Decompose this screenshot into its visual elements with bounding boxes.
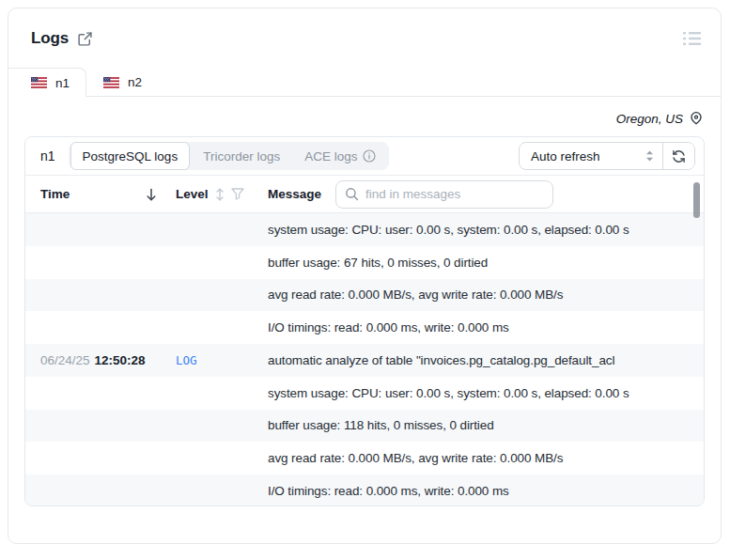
region-label: Oregon, US <box>616 112 683 126</box>
us-flag-icon <box>31 77 47 88</box>
auto-refresh-select[interactable]: Auto refresh <box>520 143 662 169</box>
log-table-row[interactable]: buffer usage: 67 hits, 0 misses, 0 dirti… <box>25 246 704 279</box>
refresh-icon <box>672 149 686 163</box>
tab-n2[interactable]: n2 <box>86 69 159 96</box>
log-message: buffer usage: 67 hits, 0 misses, 0 dirti… <box>268 256 704 270</box>
log-message: I/O timings: read: 0.000 ms, write: 0.00… <box>268 320 704 334</box>
region-row: Oregon, US <box>8 97 721 136</box>
column-header-time[interactable]: Time <box>40 187 70 201</box>
log-table-header: Time Level <box>25 176 704 213</box>
search-icon <box>345 187 359 201</box>
list-menu-icon[interactable] <box>683 31 702 46</box>
logs-panel: n1 PostgreSQL logs Tricorder logs ACE lo… <box>24 136 705 506</box>
log-table-row[interactable]: I/O timings: read: 0.000 ms, write: 0.00… <box>25 474 704 506</box>
log-date: 06/24/25 <box>40 353 90 367</box>
chevron-up-down-icon <box>645 150 654 162</box>
refresh-controls: Auto refresh <box>519 142 695 170</box>
find-in-messages-input[interactable] <box>335 180 553 209</box>
log-table-body: system usage: CPU: user: 0.00 s, system:… <box>25 213 704 506</box>
log-table-row[interactable]: system usage: CPU: user: 0.00 s, system:… <box>25 213 704 246</box>
log-table-row[interactable]: buffer usage: 118 hits, 0 misses, 0 dirt… <box>25 410 704 443</box>
sort-desc-icon[interactable] <box>146 188 157 201</box>
log-level-badge: LOG <box>176 353 197 367</box>
location-pin-icon <box>689 111 704 126</box>
log-message: avg read rate: 0.000 MB/s, avg write rat… <box>268 288 704 302</box>
external-link-icon[interactable] <box>77 31 93 47</box>
source-label: PostgreSQL logs <box>83 149 179 163</box>
tab-n1[interactable]: n1 <box>8 68 86 97</box>
node-tabbar: n1 n2 <box>8 68 721 97</box>
log-message: automatic analyze of table "invoices.pg_… <box>268 353 704 367</box>
logs-toolbar: n1 PostgreSQL logs Tricorder logs ACE lo… <box>25 137 704 176</box>
sort-both-icon[interactable] <box>215 188 225 201</box>
source-label: Tricorder logs <box>203 149 280 163</box>
log-source-segmented-control: PostgreSQL logs Tricorder logs ACE logs <box>69 142 390 170</box>
us-flag-icon <box>103 77 119 88</box>
card-header: Logs <box>8 8 721 48</box>
tab-label: n1 <box>55 76 70 90</box>
log-message: system usage: CPU: user: 0.00 s, system:… <box>268 386 704 400</box>
log-table-row[interactable]: avg read rate: 0.000 MB/s, avg write rat… <box>25 279 704 312</box>
source-label: ACE logs <box>304 149 357 163</box>
vertical-scrollbar-thumb[interactable] <box>693 182 700 218</box>
logs-card: Logs <box>8 8 722 544</box>
log-table-row[interactable]: I/O timings: read: 0.000 ms, write: 0.00… <box>25 311 704 344</box>
log-message: buffer usage: 118 hits, 0 misses, 0 dirt… <box>268 418 704 432</box>
log-message: avg read rate: 0.000 MB/s, avg write rat… <box>268 451 704 465</box>
auto-refresh-label: Auto refresh <box>531 149 600 163</box>
source-button-ace-logs[interactable]: ACE logs <box>293 144 387 168</box>
log-table-row[interactable]: 06/24/25 12:50:28 LOG automatic analyze … <box>25 344 704 377</box>
source-button-postgresql-logs[interactable]: PostgreSQL logs <box>70 142 191 170</box>
log-table-row[interactable]: avg read rate: 0.000 MB/s, avg write rat… <box>25 442 704 474</box>
info-icon <box>363 149 376 163</box>
tab-label: n2 <box>128 75 142 89</box>
log-time: 12:50:28 <box>95 353 146 367</box>
filter-funnel-icon[interactable] <box>231 188 244 200</box>
log-table-row[interactable]: system usage: CPU: user: 0.00 s, system:… <box>25 377 704 410</box>
node-label: n1 <box>40 148 55 163</box>
column-header-message: Message <box>268 187 321 201</box>
refresh-button[interactable] <box>662 143 694 169</box>
log-message: system usage: CPU: user: 0.00 s, system:… <box>268 223 704 237</box>
page-title: Logs <box>31 29 69 48</box>
source-button-tricorder-logs[interactable]: Tricorder logs <box>192 144 291 168</box>
log-message: I/O timings: read: 0.000 ms, write: 0.00… <box>268 484 704 498</box>
column-header-level[interactable]: Level <box>176 187 209 201</box>
